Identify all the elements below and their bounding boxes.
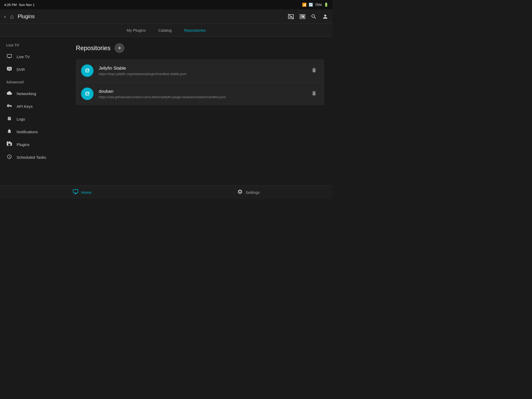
tab-my-plugins[interactable]: My Plugins [127, 27, 146, 34]
home-nav-icon[interactable]: ⌂ [10, 13, 14, 20]
page-title: Plugins [18, 14, 35, 19]
delete-jellyfin-stable-button[interactable] [309, 65, 319, 76]
battery-level: 75% [315, 3, 322, 7]
sidebar-item-plugins[interactable]: Plugins [0, 138, 68, 151]
user-icon [322, 14, 328, 20]
sidebar-item-label-plugins: Plugins [17, 142, 29, 147]
sidebar: Live TV Live TV DVR Advanced [0, 37, 68, 185]
main-layout: Live TV Live TV DVR Advanced [0, 37, 332, 185]
date-display: Sun Nov 1 [19, 3, 35, 7]
back-button[interactable]: ‹ [4, 14, 6, 19]
time-display: 4:26 PM [4, 3, 17, 7]
status-left: 4:26 PM Sun Nov 1 [4, 3, 35, 7]
sidebar-item-logs[interactable]: Logs [0, 113, 68, 125]
gear-icon [237, 189, 243, 196]
search-icon [311, 14, 317, 20]
repositories-title: Repositories [76, 44, 110, 52]
home-bottom-button[interactable]: Home [66, 187, 98, 198]
wifi-icon: 📶 [302, 3, 307, 7]
home-bottom-label: Home [81, 190, 91, 195]
subtitles-off-button[interactable] [288, 14, 294, 20]
sidebar-item-label-logs: Logs [17, 117, 25, 121]
cast-icon [299, 14, 305, 20]
bug-icon [6, 116, 12, 122]
key-icon [6, 103, 12, 110]
sidebar-item-label-api-keys: API Keys [17, 104, 33, 109]
repo-info-douban: douban https://raw.githubusercontent.com… [99, 89, 304, 99]
tab-catalog[interactable]: Catalog [158, 27, 172, 34]
sidebar-item-live-tv[interactable]: Live TV [0, 50, 68, 63]
repositories-header: Repositories + [76, 43, 324, 53]
sidebar-item-dvr[interactable]: DVR [0, 63, 68, 76]
repo-name-douban: douban [99, 89, 304, 94]
top-nav: ‹ ⌂ Plugins [0, 9, 332, 24]
tabs-bar: My Plugins Catalog Repositories [0, 24, 332, 37]
tab-repositories[interactable]: Repositories [184, 27, 206, 34]
bell-icon [6, 129, 12, 135]
sidebar-item-label-dvr: DVR [17, 67, 25, 72]
cloud-icon [6, 90, 12, 97]
sidebar-section-advanced: Advanced [0, 80, 68, 87]
sidebar-item-notifications[interactable]: Notifications [0, 125, 68, 138]
top-nav-right [288, 14, 328, 20]
sidebar-item-label-live-tv: Live TV [17, 55, 30, 59]
sidebar-item-scheduled-tasks[interactable]: Scheduled Tasks [0, 151, 68, 164]
search-button[interactable] [311, 14, 317, 20]
add-repository-button[interactable]: + [115, 43, 124, 53]
sidebar-section-live-tv: Live TV [0, 43, 68, 50]
repo-url-jellyfin-stable: https://repo.jellyfin.org/releases/plugi… [99, 72, 304, 76]
sidebar-item-api-keys[interactable]: API Keys [0, 100, 68, 113]
subtitles-off-icon [288, 14, 294, 20]
sync-icon: 🔄 [309, 3, 313, 7]
sidebar-item-label-networking: Networking [17, 91, 36, 96]
repo-info-jellyfin-stable: Jellyfin Stable https://repo.jellyfin.or… [99, 66, 304, 76]
sidebar-item-networking[interactable]: Networking [0, 87, 68, 100]
repo-icon-jellyfin-stable [81, 64, 94, 77]
repo-icon-douban [81, 88, 94, 100]
delete-douban-button[interactable] [309, 88, 319, 99]
bottom-bar: Home Settings [0, 185, 332, 199]
clock-icon [6, 154, 12, 161]
settings-bottom-label: Settings [245, 190, 260, 195]
battery-icon: 🔋 [324, 3, 328, 7]
dvr-icon [6, 66, 12, 73]
top-nav-left: ‹ ⌂ Plugins [4, 13, 288, 20]
repo-item-jellyfin-stable: Jellyfin Stable https://repo.jellyfin.or… [76, 59, 324, 82]
trash-icon [311, 67, 317, 73]
trash-icon [311, 90, 317, 96]
plugins-icon [6, 141, 12, 148]
monitor-icon [73, 189, 78, 196]
settings-bottom-button[interactable]: Settings [231, 187, 266, 198]
user-button[interactable] [322, 14, 328, 20]
content-area: Repositories + Jellyfin Stable https://r… [68, 37, 332, 185]
sidebar-item-label-notifications: Notifications [17, 130, 38, 134]
cast-button[interactable] [299, 14, 305, 20]
status-bar: 4:26 PM Sun Nov 1 📶 🔄 75% 🔋 [0, 0, 332, 9]
repo-item-douban: douban https://raw.githubusercontent.com… [76, 82, 324, 105]
tv-icon [6, 54, 12, 60]
repo-name-jellyfin-stable: Jellyfin Stable [99, 66, 304, 71]
repository-list: Jellyfin Stable https://repo.jellyfin.or… [76, 59, 324, 105]
repo-url-douban: https://raw.githubusercontent.com/Libitu… [99, 95, 304, 99]
sidebar-item-label-scheduled-tasks: Scheduled Tasks [17, 155, 46, 159]
status-right: 📶 🔄 75% 🔋 [302, 3, 328, 7]
